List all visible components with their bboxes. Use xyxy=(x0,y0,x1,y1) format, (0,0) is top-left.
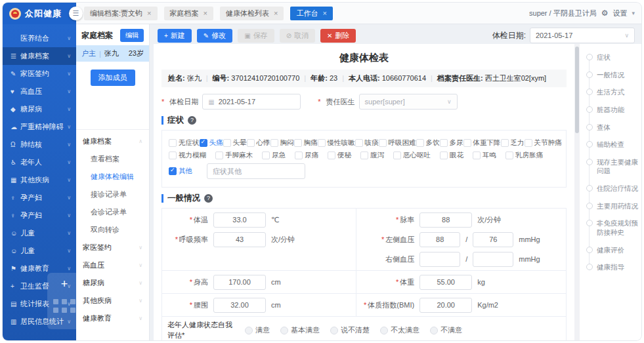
form-exam-date-input[interactable]: ▦ 2021-05-17 xyxy=(202,94,301,110)
close-icon[interactable]: × xyxy=(322,9,326,17)
checkbox-symptom-other[interactable]: 其他 xyxy=(169,167,192,176)
checkbox-symptom-2-7[interactable]: 眼花 xyxy=(440,151,463,160)
anchor-item-5[interactable]: 辅助检查 xyxy=(586,140,639,150)
bp_left-systolic-input[interactable] xyxy=(419,232,460,247)
collapse-menu-button[interactable]: ☰ xyxy=(69,7,83,20)
checkbox-symptom-2-3[interactable]: 尿痛 xyxy=(295,151,318,160)
checkbox-symptom-1-6[interactable]: 慢性咳嗽 xyxy=(318,138,355,148)
respiration-input[interactable] xyxy=(213,232,266,247)
checkbox-symptom-2-4[interactable]: 便秘 xyxy=(328,151,351,160)
tab-1[interactable]: 家庭档案× xyxy=(164,7,213,20)
bp_right-diastolic-input[interactable] xyxy=(473,252,513,267)
checkbox-symptom-1-1[interactable]: 头痛 xyxy=(200,138,223,148)
checkbox-symptom-1-5[interactable]: 胸痛 xyxy=(294,138,318,148)
family-menu-item-0-0[interactable]: 查看档案 xyxy=(76,150,149,168)
radio-option-0-3[interactable]: 不太满意 xyxy=(380,325,419,335)
anchor-item-11[interactable]: 健康指导 xyxy=(586,263,639,272)
anchor-item-7[interactable]: 住院治疗情况 xyxy=(586,184,639,193)
checkbox-symptom-1-9[interactable]: 多饮 xyxy=(416,138,440,148)
family-menu-group-1[interactable]: 家医签约∨ xyxy=(76,239,149,256)
sidebar-item-6[interactable]: Ω肺结核∨ xyxy=(3,136,76,153)
family-menu-item-0-2[interactable]: 接诊记录单 xyxy=(76,186,149,203)
checkbox-symptom-2-9[interactable]: 乳房胀痛 xyxy=(505,151,543,160)
anchor-item-9[interactable]: 非免疫规划预防接种史 xyxy=(586,219,639,237)
close-icon[interactable]: × xyxy=(147,9,151,17)
sidebar-item-8[interactable]: ▦其他疾病∨ xyxy=(3,171,76,189)
close-icon[interactable]: × xyxy=(274,9,278,17)
tab-2[interactable]: 健康体检列表× xyxy=(220,7,284,20)
sidebar-item-12[interactable]: ☺儿童∨ xyxy=(3,242,76,260)
checkbox-symptom-1-10[interactable]: 多尿 xyxy=(440,138,463,148)
family-menu-item-0-3[interactable]: 会诊记录单 xyxy=(76,203,149,221)
bmi-input[interactable] xyxy=(419,298,472,313)
checkbox-symptom-2-1[interactable]: 手脚麻木 xyxy=(215,151,253,160)
anchor-item-0[interactable]: 症状 xyxy=(586,53,639,62)
waist-input[interactable] xyxy=(213,298,266,313)
checkbox-symptom-1-2[interactable]: 头晕 xyxy=(223,138,247,148)
family-menu-group-0[interactable]: 健康档案∧ xyxy=(76,132,149,150)
scrollbar-thumb[interactable] xyxy=(575,47,579,133)
form-scrollbar[interactable] xyxy=(574,44,580,340)
doctor-select[interactable]: super[super] ∨ xyxy=(359,94,458,110)
bp_right-systolic-input[interactable] xyxy=(419,252,460,267)
sidebar-item-2[interactable]: ✎家医签约∨ xyxy=(3,65,76,83)
radio-option-0-0[interactable]: 满意 xyxy=(245,325,270,335)
anchor-item-6[interactable]: 现存主要健康问题 xyxy=(586,158,639,176)
family-menu-item-0-4[interactable]: 双向转诊 xyxy=(76,221,149,239)
temperature-input[interactable] xyxy=(213,212,266,228)
edit-button[interactable]: ✎修改 xyxy=(197,29,232,43)
family-menu-group-4[interactable]: 其他疾病∨ xyxy=(76,292,149,310)
symptom-other-input[interactable] xyxy=(207,163,305,179)
settings-label[interactable]: 设置 xyxy=(612,9,627,18)
tab-3[interactable]: 工作台× xyxy=(290,7,332,20)
sidebar-item-3[interactable]: ♥高血压∨ xyxy=(3,83,76,100)
anchor-item-2[interactable]: 生活方式 xyxy=(586,88,639,97)
checkbox-symptom-2-8[interactable]: 耳鸣 xyxy=(473,151,496,160)
tab-0[interactable]: 编辑档案:贾文钧× xyxy=(84,7,158,20)
anchor-item-3[interactable]: 脏器功能 xyxy=(586,106,639,115)
add-member-button[interactable]: 添加成员 xyxy=(91,70,135,86)
delete-button[interactable]: ✕删除 xyxy=(320,29,356,43)
sidebar-item-10[interactable]: ♀孕产妇∨ xyxy=(3,207,76,224)
radio-option-0-1[interactable]: 基本满意 xyxy=(280,325,320,335)
radio-option-0-2[interactable]: 说不清楚 xyxy=(330,325,370,335)
family-menu-group-3[interactable]: 糖尿病∨ xyxy=(76,274,149,292)
checkbox-symptom-2-5[interactable]: 腹泻 xyxy=(360,151,384,160)
checkbox-symptom-1-11[interactable]: 体重下降 xyxy=(463,138,501,148)
checkbox-symptom-2-0[interactable]: 视力模糊 xyxy=(169,151,206,160)
bp_left-diastolic-input[interactable] xyxy=(473,232,513,247)
checkbox-symptom-2-2[interactable]: 尿急 xyxy=(262,151,286,160)
checkbox-symptom-1-4[interactable]: 胸闷 xyxy=(270,138,294,148)
sidebar-item-7[interactable]: ♿老年人∨ xyxy=(3,153,76,171)
anchor-item-4[interactable]: 查体 xyxy=(586,123,639,132)
sidebar-item-0[interactable]: 医养结合∨ xyxy=(3,30,76,47)
plus-button[interactable]: +新建 xyxy=(158,29,192,43)
edit-family-button[interactable]: 编辑 xyxy=(120,29,144,42)
sidebar-item-1[interactable]: ☰健康档案∨ xyxy=(3,47,76,65)
radio-option-0-4[interactable]: 不满意 xyxy=(430,325,462,335)
sidebar-item-11[interactable]: ☺儿童∨ xyxy=(3,224,76,242)
checkbox-symptom-1-0[interactable]: 无症状 xyxy=(169,138,200,148)
family-menu-group-5[interactable]: 健康教育∨ xyxy=(76,310,149,327)
checkbox-symptom-1-8[interactable]: 呼吸困难 xyxy=(379,138,416,148)
family-menu-group-2[interactable]: 高血压∨ xyxy=(76,256,149,274)
sidebar-item-9[interactable]: ♀孕产妇∨ xyxy=(3,189,76,207)
weight-input[interactable] xyxy=(419,275,472,290)
exam-date-select[interactable]: 2021-05-17 ∨ xyxy=(530,28,635,43)
close-icon[interactable]: × xyxy=(204,9,207,17)
height-input[interactable] xyxy=(213,275,266,290)
anchor-item-10[interactable]: 健康评价 xyxy=(586,246,639,255)
checkbox-symptom-1-13[interactable]: 关节肿痛 xyxy=(525,138,562,148)
gear-icon[interactable]: ⚙ xyxy=(601,9,609,18)
anchor-item-1[interactable]: 一般情况 xyxy=(586,71,639,80)
pulse-input[interactable] xyxy=(419,212,472,228)
checkbox-symptom-1-3[interactable]: 心悸 xyxy=(247,138,270,148)
checkbox-symptom-1-12[interactable]: 乏力 xyxy=(501,138,525,148)
sidebar-item-4[interactable]: ◆糖尿病∨ xyxy=(3,100,76,118)
checkbox-symptom-1-7[interactable]: 咳痰 xyxy=(355,138,379,148)
anchor-item-8[interactable]: 主要用药情况 xyxy=(586,202,639,211)
checkbox-symptom-2-6[interactable]: 恶心呕吐 xyxy=(393,151,431,160)
floating-add-widget[interactable]: + xyxy=(47,273,81,329)
member-row[interactable]: 户主 | 张九 23岁 xyxy=(76,45,149,62)
sidebar-item-5[interactable]: ☁严重精神障碍∨ xyxy=(3,118,76,136)
